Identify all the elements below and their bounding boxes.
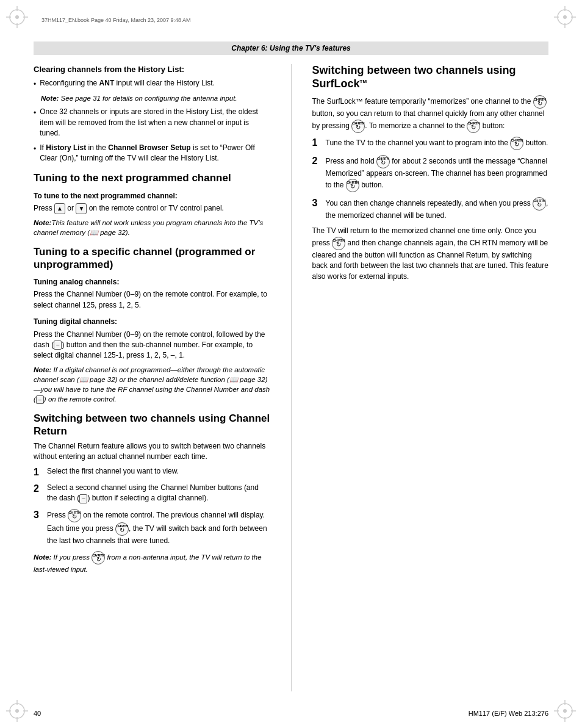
tuning-analog-subhead: Tuning analog channels: <box>34 277 270 287</box>
tuning-digital-body: Press the Channel Number (0–9) on the re… <box>34 330 270 361</box>
tuning-digital-note: Note: If a digital channel is not progra… <box>34 365 270 405</box>
dash-button-icon-3: – <box>79 494 87 503</box>
ch-down-icon: ▼ <box>76 203 87 214</box>
svg-point-19 <box>563 709 567 713</box>
tuning-next-subhead: To tune to the next programmed channel: <box>34 191 270 201</box>
column-divider <box>291 64 292 691</box>
file-info-text: 37HM117_EN.book Page 40 Friday, March 23… <box>41 17 190 23</box>
right-column: Switching between two channels using Sur… <box>306 64 549 691</box>
ch-rtn-intro-icon-2: CH RTN ↻ <box>351 120 365 133</box>
tuning-digital-subhead: Tuning digital channels: <box>34 317 270 327</box>
switching-cr-step-3: 3 Press CH RTN ↻ on the remote control. … <box>34 509 270 546</box>
switching-cr-step-2: 2 Select a second channel using the Chan… <box>34 483 270 504</box>
file-info-bar: 37HM117_EN.book Page 40 Friday, March 23… <box>41 17 541 23</box>
ch-rtn-step3-icon: CH RTN ↻ <box>533 197 546 211</box>
svg-point-13 <box>15 709 19 713</box>
ch-rtn-step1-icon: CH RTN ↻ <box>510 137 523 150</box>
switching-sl-step-1: 1 Tune the TV to the channel you want to… <box>312 137 549 150</box>
svg-point-1 <box>15 15 19 19</box>
corner-mark-tl <box>6 6 28 28</box>
ch-rtn-button-icon-3: CH RTN ↻ <box>92 551 105 564</box>
corner-mark-tr <box>554 6 576 28</box>
clearing-bullet-1: • Reconfiguring the ANT input will clear… <box>34 78 270 90</box>
switching-sl-step-3: 3 You can then change channels repeatedl… <box>312 197 549 221</box>
switching-cr-body: The Channel Return feature allows you to… <box>34 441 270 463</box>
tuning-next-note: Note:This feature will not work unless y… <box>34 218 270 237</box>
footer-right: HM117 (E/F) Web 213:276 <box>469 710 548 717</box>
page-footer: 40 HM117 (E/F) Web 213:276 <box>34 710 548 717</box>
ch-rtn-followup-icon: CH RTN ↻ <box>332 237 345 250</box>
ch-rtn-step2-icon-2: CH RTN ↻ <box>346 179 359 192</box>
ch-up-icon: ▲ <box>54 203 65 214</box>
corner-mark-br <box>554 700 576 722</box>
ch-rtn-intro-icon-3: CH RTN ↻ <box>467 120 480 133</box>
svg-point-7 <box>563 15 567 19</box>
dash-button-icon-2: – <box>36 395 44 405</box>
switching-surflock-heading: Switching between two channels using Sur… <box>312 64 549 90</box>
switching-sl-step-2: 2 Press and hold CH RTN ↻ for about 2 se… <box>312 155 549 192</box>
ch-rtn-intro-icon-1: CH RTN ↻ <box>533 95 547 109</box>
switching-cr-heading: Switching between two channels using Cha… <box>34 413 270 438</box>
clearing-note-1: Note: See page 31 for details on configu… <box>41 93 270 103</box>
chapter-header: Chapter 6: Using the TV's features <box>34 41 548 55</box>
left-column: Clearing channels from the History List:… <box>34 64 276 691</box>
ch-rtn-button-icon-2: CH RTN ↻ <box>115 522 129 536</box>
tuning-analog-body: Press the Channel Number (0–9) on the re… <box>34 289 270 311</box>
tuning-specific-heading: Tuning to a specific channel (programmed… <box>34 246 270 271</box>
main-content: Clearing channels from the History List:… <box>34 64 548 691</box>
tuning-next-heading: Tuning to the next programmed channel <box>34 172 270 184</box>
tuning-next-body: Press ▲ or ▼ on the remote control or TV… <box>34 203 270 214</box>
page-number: 40 <box>34 710 41 717</box>
dash-button-icon: – <box>54 341 62 350</box>
switching-cr-step-1: 1 Select the first channel you want to v… <box>34 466 270 478</box>
switching-sl-followup: The TV will return to the memorized chan… <box>312 226 549 282</box>
ch-rtn-step2-icon: CH RTN ↻ <box>376 155 390 168</box>
clearing-heading: Clearing channels from the History List: <box>34 64 270 76</box>
corner-mark-bl <box>6 700 28 722</box>
switching-cr-note: Note: If you press CH RTN ↻ from a non-a… <box>34 551 270 574</box>
clearing-bullet-2: • Once 32 channels or inputs are stored … <box>34 107 270 139</box>
switching-sl-intro: The SurfLock™ feature temporarily “memor… <box>312 95 549 132</box>
clearing-bullet-3: • If History List in the Channel Browser… <box>34 143 270 164</box>
ch-rtn-button-icon: CH RTN ↻ <box>68 509 81 522</box>
